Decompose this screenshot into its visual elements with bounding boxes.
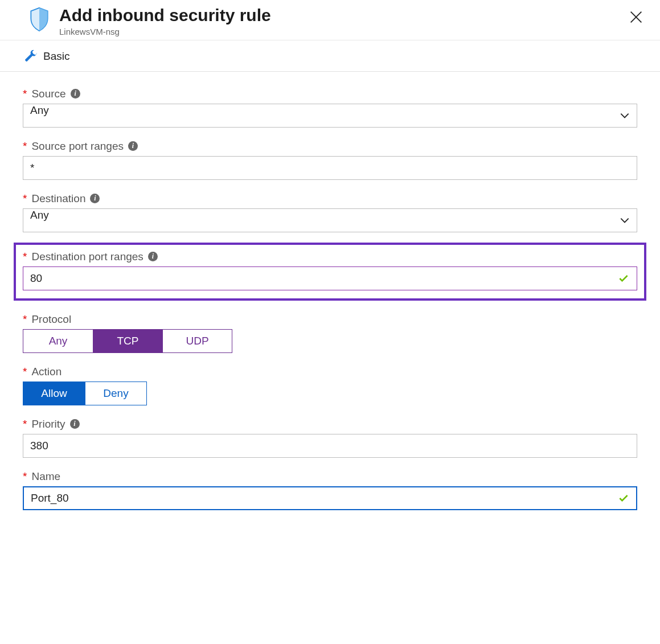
field-source: * Source i Any — [23, 88, 637, 128]
info-icon[interactable]: i — [90, 194, 100, 203]
info-icon[interactable]: i — [71, 89, 80, 99]
label-priority: Priority — [31, 418, 65, 430]
label-source-port-ranges: Source port ranges — [31, 140, 124, 153]
close-icon[interactable] — [628, 9, 644, 25]
label-name: Name — [31, 470, 60, 483]
info-icon[interactable]: i — [148, 252, 158, 261]
label-destination-port-ranges: Destination port ranges — [31, 251, 143, 263]
field-protocol: * Protocol Any TCP UDP — [23, 313, 637, 353]
highlight-destination-port-ranges: * Destination port ranges i — [14, 243, 646, 301]
action-option-deny[interactable]: Deny — [85, 382, 146, 405]
label-action: Action — [31, 366, 62, 378]
required-marker: * — [23, 251, 27, 262]
add-inbound-rule-pane: Add inbound security rule LinkewsVM-nsg … — [0, 0, 660, 536]
label-protocol: Protocol — [31, 313, 71, 326]
destination-select[interactable]: Any — [23, 208, 637, 232]
source-select[interactable]: Any — [23, 104, 637, 128]
required-marker: * — [23, 366, 27, 377]
field-source-port-ranges: * Source port ranges i — [23, 140, 637, 180]
required-marker: * — [23, 193, 27, 204]
protocol-option-tcp[interactable]: TCP — [93, 330, 162, 352]
field-destination-port-ranges: * Destination port ranges i — [23, 251, 637, 290]
wrench-icon[interactable] — [24, 50, 38, 63]
destination-port-ranges-input[interactable] — [23, 266, 637, 290]
required-marker: * — [23, 314, 27, 325]
pane-title: Add inbound security rule — [59, 6, 646, 26]
priority-input[interactable] — [23, 434, 637, 458]
action-segmented: Allow Deny — [23, 382, 147, 405]
info-icon[interactable]: i — [128, 141, 138, 151]
source-port-ranges-input[interactable] — [23, 156, 637, 180]
field-priority: * Priority i — [23, 418, 637, 458]
pane-subtitle: LinkewsVM-nsg — [59, 27, 646, 36]
required-marker: * — [23, 419, 27, 429]
mode-basic-button[interactable]: Basic — [43, 50, 69, 63]
label-source: Source — [31, 88, 65, 100]
field-action: * Action Allow Deny — [23, 366, 637, 405]
field-destination: * Destination i Any — [23, 192, 637, 232]
protocol-option-udp[interactable]: UDP — [162, 330, 232, 352]
protocol-segmented: Any TCP UDP — [23, 329, 232, 353]
name-input[interactable] — [23, 486, 637, 510]
protocol-option-any[interactable]: Any — [23, 330, 93, 352]
check-icon — [618, 273, 629, 284]
pane-header: Add inbound security rule LinkewsVM-nsg — [0, 0, 660, 40]
shield-icon — [27, 7, 51, 32]
check-icon — [618, 493, 629, 504]
info-icon[interactable]: i — [70, 419, 80, 429]
rule-form: * Source i Any * Source port ranges i — [0, 72, 660, 536]
required-marker: * — [23, 141, 27, 151]
label-destination: Destination — [31, 192, 85, 205]
field-name: * Name — [23, 470, 637, 510]
action-option-allow[interactable]: Allow — [23, 382, 85, 405]
mode-toolbar: Basic — [0, 40, 660, 72]
required-marker: * — [23, 471, 27, 482]
required-marker: * — [23, 88, 27, 99]
